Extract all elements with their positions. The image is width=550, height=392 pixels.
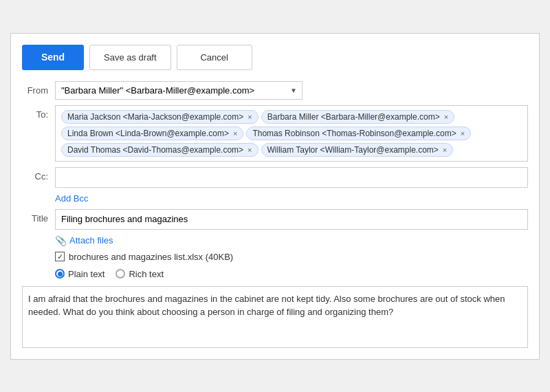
recipient-tag: William Taylor <William-Taylor@example.c… — [261, 143, 454, 157]
remove-recipient-icon[interactable]: × — [443, 146, 447, 154]
attachment-checkbox[interactable] — [55, 252, 65, 261]
rich-text-label: Rich text — [129, 269, 164, 279]
title-input[interactable] — [55, 209, 528, 230]
rich-text-radio[interactable] — [116, 269, 125, 279]
recipient-tag: Barbara Miller <Barbara-Miller@example.c… — [261, 110, 454, 124]
remove-recipient-icon[interactable]: × — [461, 129, 465, 138]
from-select[interactable]: "Barbara Miller" <Barbara-Miller@example… — [55, 81, 302, 100]
remove-recipient-icon[interactable]: × — [444, 113, 448, 121]
to-row: To: Maria Jackson <Maria-Jackson@example… — [22, 105, 528, 162]
remove-recipient-icon[interactable]: × — [248, 113, 252, 121]
paperclip-icon: 📎 — [55, 235, 67, 246]
from-select-wrapper: "Barbara Miller" <Barbara-Miller@example… — [55, 81, 302, 100]
recipient-tag: Linda Brown <Linda-Brown@example.com> × — [61, 127, 243, 140]
attachment-item: brochures and magazines list.xlsx (40KB) — [55, 252, 528, 262]
plain-text-option[interactable]: Plain text — [55, 269, 104, 279]
send-button[interactable]: Send — [22, 45, 84, 70]
from-field: "Barbara Miller" <Barbara-Miller@example… — [55, 81, 528, 100]
from-row: From "Barbara Miller" <Barbara-Miller@ex… — [22, 81, 528, 100]
title-row: Title — [22, 209, 528, 230]
rich-text-option[interactable]: Rich text — [116, 269, 164, 279]
to-box[interactable]: Maria Jackson <Maria-Jackson@example.com… — [55, 105, 528, 162]
plain-text-label: Plain text — [68, 269, 104, 279]
attach-files-link[interactable]: 📎 Attach files — [55, 235, 528, 246]
cc-input[interactable] — [55, 167, 528, 188]
attach-section: 📎 Attach files brochures and magazines l… — [55, 235, 528, 262]
attach-files-label: Attach files — [69, 235, 113, 246]
from-label: From — [22, 81, 55, 96]
cc-row: Cc: — [22, 167, 528, 188]
to-label: To: — [22, 105, 55, 120]
compose-window: Send Save as draft Cancel From "Barbara … — [10, 33, 540, 360]
plain-text-radio[interactable] — [55, 269, 65, 279]
attachment-filename: brochures and magazines list.xlsx (40KB) — [69, 252, 233, 262]
save-draft-button[interactable]: Save as draft — [89, 45, 171, 70]
message-body[interactable]: I am afraid that the brochures and magaz… — [22, 286, 528, 348]
add-bcc-link[interactable]: Add Bcc — [55, 193, 88, 204]
cc-label: Cc: — [22, 167, 55, 182]
recipient-tag: Maria Jackson <Maria-Jackson@example.com… — [61, 110, 258, 124]
text-format-row: Plain text Rich text — [55, 269, 528, 279]
remove-recipient-icon[interactable]: × — [248, 146, 252, 154]
cancel-button[interactable]: Cancel — [177, 45, 252, 70]
recipient-tag: David Thomas <David-Thomas@example.com> … — [61, 143, 258, 157]
title-label: Title — [22, 209, 55, 224]
recipient-tag: Thomas Robinson <Thomas-Robinson@example… — [246, 127, 471, 140]
toolbar: Send Save as draft Cancel — [22, 45, 528, 70]
remove-recipient-icon[interactable]: × — [233, 129, 237, 138]
